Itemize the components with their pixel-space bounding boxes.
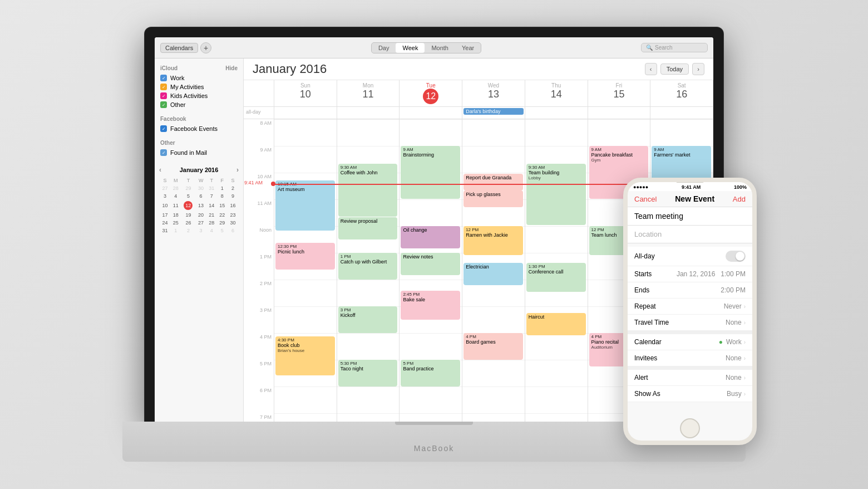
allday-cell-fri[interactable]	[588, 107, 651, 119]
day-header-tue[interactable]: Tue 12	[400, 80, 462, 106]
today-button[interactable]: Today	[660, 63, 689, 75]
iphone-row-ends[interactable]: Ends 2:00 PM	[628, 282, 752, 299]
sidebar-item-found-in-mail[interactable]: Found in Mail	[155, 148, 243, 157]
calendar-event[interactable]: 4:30 PMBook clubBrian's house	[275, 336, 335, 375]
mini-cal-day[interactable]: 19	[181, 212, 195, 218]
iphone-cancel-button[interactable]: Cancel	[634, 195, 657, 203]
mini-cal-day[interactable]: 2	[181, 227, 195, 234]
mini-cal-day[interactable]: 31	[160, 227, 170, 234]
iphone-allday-toggle[interactable]	[726, 251, 746, 262]
iphone-add-button[interactable]: Add	[733, 195, 746, 203]
mini-cal-day[interactable]: 1	[218, 185, 227, 192]
time-col-tue-11am[interactable]	[400, 199, 462, 226]
iphone-row-calendar[interactable]: Calendar ● Work ›	[628, 334, 752, 350]
day-header-sat[interactable]: Sat 16	[650, 80, 713, 106]
calendar-event[interactable]: 12:30 PMPicnic lunch	[275, 243, 335, 270]
iphone-home-button[interactable]	[680, 418, 700, 438]
mini-cal-day[interactable]: 20	[196, 212, 206, 218]
iphone-row-show-as[interactable]: Show As Busy ›	[628, 386, 752, 402]
allday-event-darlas-birthday[interactable]: Darla's birthday	[463, 108, 524, 115]
mini-cal-day[interactable]: 3	[160, 193, 170, 199]
time-col-mon-8am[interactable]	[337, 119, 400, 146]
allday-cell-sun[interactable]	[274, 107, 337, 119]
day-header-sun[interactable]: Sun 10	[274, 80, 337, 106]
iphone-event-name-field[interactable]: Team meeting	[628, 207, 752, 226]
calendar-event[interactable]: 3 PMKickoff	[338, 306, 398, 333]
mini-cal-day[interactable]: 24	[160, 219, 170, 226]
mini-cal-day[interactable]: 30	[228, 219, 238, 226]
time-col-thu-8am[interactable]	[525, 119, 588, 146]
allday-cell-thu[interactable]	[525, 107, 588, 119]
hide-label[interactable]: Hide	[225, 65, 238, 71]
mini-cal-day[interactable]: 8	[218, 193, 227, 199]
day-header-thu[interactable]: Thu 14	[525, 80, 588, 106]
calendar-event[interactable]: 5 PMBand practice	[401, 360, 460, 387]
calendar-event[interactable]: 9:30 AMCoffee with John	[338, 164, 398, 217]
time-col-mon-2pm[interactable]	[337, 280, 400, 306]
mini-cal-day[interactable]: 11	[171, 201, 180, 211]
mini-cal-day[interactable]: 27	[196, 219, 206, 226]
iphone-row-starts[interactable]: Starts Jan 12, 2016 1:00 PM	[628, 266, 752, 282]
calendar-event[interactable]: Haircut	[526, 313, 586, 335]
time-col-thu-4pm[interactable]	[525, 333, 588, 360]
calendar-event[interactable]: 9:30 AMTeam buildingLobby	[526, 164, 586, 225]
mini-cal-day[interactable]: 17	[160, 212, 170, 218]
time-col-mon-4pm[interactable]	[337, 333, 400, 360]
mini-cal-day[interactable]: 28	[207, 219, 216, 226]
iphone-row-travel-time[interactable]: Travel Time None ›	[628, 315, 752, 331]
allday-cell-tue[interactable]	[400, 107, 462, 119]
mini-cal-day[interactable]: 30	[196, 185, 206, 192]
work-checkbox[interactable]	[160, 75, 167, 81]
search-box[interactable]: 🔍 Search	[641, 43, 708, 52]
mini-cal-day[interactable]: 26	[181, 219, 195, 226]
mini-cal-day[interactable]: 6	[228, 227, 238, 234]
mini-cal-day[interactable]: 18	[171, 212, 180, 218]
mini-cal-next[interactable]: ›	[236, 166, 239, 174]
view-day-button[interactable]: Day	[372, 43, 396, 53]
mini-cal-day[interactable]: 25	[171, 219, 180, 226]
time-col-wed-8am[interactable]	[462, 119, 525, 146]
mini-cal-day[interactable]: 14	[207, 201, 216, 211]
calendar-event[interactable]: Review proposal	[338, 217, 398, 239]
view-week-button[interactable]: Week	[396, 43, 425, 53]
view-month-button[interactable]: Month	[425, 43, 455, 53]
mini-cal-day[interactable]: 5	[181, 193, 195, 199]
facebook-events-checkbox[interactable]	[160, 125, 167, 132]
calendar-event[interactable]: 2:45 PMBake sale	[401, 291, 460, 320]
mini-cal-day[interactable]: 4	[207, 227, 216, 234]
time-col-sun-2pm[interactable]	[274, 280, 337, 306]
calendars-button[interactable]: Calendars	[160, 43, 198, 53]
allday-cell-sat[interactable]	[650, 107, 713, 119]
time-col-thu-5pm[interactable]	[525, 360, 588, 387]
calendar-event[interactable]: 12 PMRamen with Jackie	[463, 226, 523, 255]
other-checkbox[interactable]	[160, 101, 167, 108]
allday-cell-wed[interactable]: Darla's birthday	[462, 107, 525, 119]
calendar-event[interactable]: Oil change	[401, 226, 460, 248]
mini-cal-day[interactable]: 7	[207, 193, 216, 199]
mini-cal-day[interactable]: 27	[160, 185, 170, 192]
day-header-wed[interactable]: Wed 13	[462, 80, 525, 106]
mini-cal-day[interactable]: 5	[218, 227, 227, 234]
found-in-mail-checkbox[interactable]	[160, 149, 167, 156]
time-col-wed-3pm[interactable]	[462, 306, 525, 333]
mini-cal-day[interactable]: 31	[207, 185, 216, 192]
day-header-mon[interactable]: Mon 11	[337, 80, 400, 106]
mini-cal-day[interactable]: 21	[207, 212, 216, 218]
time-col-sun-3pm[interactable]	[274, 306, 337, 333]
time-col-tue-4pm[interactable]	[400, 333, 462, 360]
iphone-row-alert[interactable]: Alert None ›	[628, 370, 752, 386]
iphone-row-allday[interactable]: All-day	[628, 247, 752, 266]
mini-cal-day[interactable]: 1	[171, 227, 180, 234]
allday-cell-mon[interactable]	[337, 107, 400, 119]
calendar-event[interactable]: 1:30 PMConference call	[526, 263, 586, 292]
calendar-event[interactable]: Pick up glasses	[463, 190, 523, 207]
sidebar-item-my-activities[interactable]: My Activities	[155, 82, 243, 91]
time-col-mon-6pm[interactable]	[337, 387, 400, 413]
calendar-event[interactable]: Electrician	[463, 263, 523, 285]
mini-cal-day[interactable]: 12	[181, 201, 195, 211]
sidebar-item-other[interactable]: Other	[155, 100, 243, 109]
calendar-event[interactable]: Review notes	[401, 253, 460, 275]
sidebar-item-kids-activities[interactable]: Kids Activities	[155, 91, 243, 100]
next-week-button[interactable]: ›	[692, 63, 704, 75]
time-col-wed-9am[interactable]	[462, 146, 525, 173]
